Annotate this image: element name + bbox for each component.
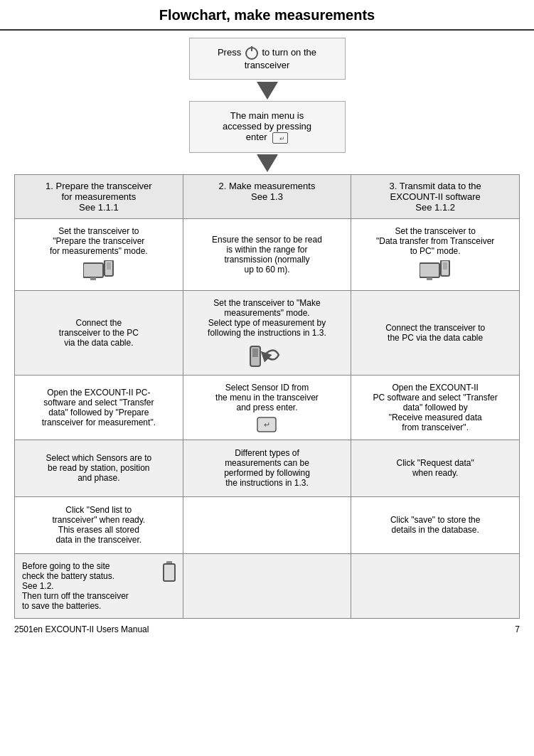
power-button-icon: [245, 47, 258, 60]
cell-1-3: Set the transceiver to"Data transfer fro…: [351, 219, 520, 291]
svg-rect-3: [90, 277, 96, 280]
computer-handheld-icon-2: [420, 260, 451, 283]
svg-rect-7: [427, 277, 432, 280]
svg-rect-15: [164, 564, 175, 581]
grid-row-3: Open the EXCOUNT-II PC-software and sele…: [14, 376, 520, 440]
cell-5-1: Click "Send list totransceiver" when rea…: [15, 497, 183, 554]
enter-key-icon-2: ↵: [257, 417, 277, 432]
svg-rect-6: [420, 263, 439, 277]
grid-row-4: Select which Sensors are tobe read by st…: [14, 440, 520, 497]
cell-4-1: Select which Sensors are tobe read by st…: [15, 440, 183, 497]
cell-6-1: Before going to the sitecheck the batter…: [15, 554, 183, 619]
cell-4-2: Different types ofmeasurements can beper…: [183, 440, 352, 497]
arrow-down-1: [257, 80, 278, 101]
page-footer: 2501en EXCOUNT-II Users Manual 7: [0, 619, 534, 640]
cell-2-3: Connect the transceiver tothe PC via the…: [351, 291, 520, 376]
cell-3-1: Open the EXCOUNT-II PC-software and sele…: [15, 376, 183, 440]
cell-1-2: Ensure the sensor to be readis within th…: [183, 219, 352, 291]
press-to-turn-on-box: Press to turn on the transceiver: [189, 38, 346, 80]
cell-5-2: [183, 497, 352, 554]
cell-2-1: Connect thetransceiver to the PCvia the …: [15, 291, 183, 376]
column-headers: 1. Prepare the transceiverfor measuremen…: [14, 174, 520, 219]
cell-3-2: Select Sensor ID fromthe menu in the tra…: [183, 376, 352, 440]
arrow-down-2: [257, 153, 278, 174]
col-header-3: 3. Transmit data to theEXCOUNT-II softwa…: [351, 175, 520, 219]
enter-key-icon: ↵: [272, 132, 288, 144]
grid-row-6: Before going to the sitecheck the batter…: [14, 554, 520, 619]
svg-text:↵: ↵: [264, 420, 270, 429]
cell-6-3: [351, 554, 520, 619]
footer-right: 7: [515, 624, 520, 634]
cell-3-3: Open the EXCOUNT-IIPC software and selec…: [351, 376, 520, 440]
svg-rect-11: [252, 348, 258, 357]
svg-marker-1: [257, 154, 278, 172]
footer-left: 2501en EXCOUNT-II Users Manual: [14, 624, 149, 634]
grid-row-1: Set the transceiver to"Prepare the trans…: [14, 219, 520, 291]
svg-rect-2: [83, 263, 103, 277]
svg-marker-0: [257, 82, 278, 100]
main-menu-box: The main menu is accessed by pressing en…: [189, 101, 346, 153]
cell-1-1: Set the transceiver to"Prepare the trans…: [15, 219, 183, 291]
battery-text: Before going to the sitecheck the batter…: [22, 561, 157, 611]
cell-2-2: Set the transceiver to "Makemeasurements…: [183, 291, 352, 376]
battery-icon: [163, 561, 176, 585]
svg-rect-5: [107, 262, 111, 270]
grid-row-2: Connect thetransceiver to the PCvia the …: [14, 291, 520, 376]
page-title: Flowchart, make measurements: [0, 0, 534, 31]
svg-rect-9: [443, 262, 447, 270]
col-header-2: 2. Make measurementsSee 1.3: [183, 175, 352, 219]
col-header-1: 1. Prepare the transceiverfor measuremen…: [15, 175, 183, 219]
grid-row-5: Click "Send list totransceiver" when rea…: [14, 497, 520, 554]
cell-5-3: Click "save" to store thedetails in the …: [351, 497, 520, 554]
cell-6-2: [183, 554, 352, 619]
sensor-return-icon: [249, 342, 284, 368]
cell-4-3: Click "Request data"when ready.: [351, 440, 520, 497]
computer-handheld-icon-1: [83, 260, 114, 283]
